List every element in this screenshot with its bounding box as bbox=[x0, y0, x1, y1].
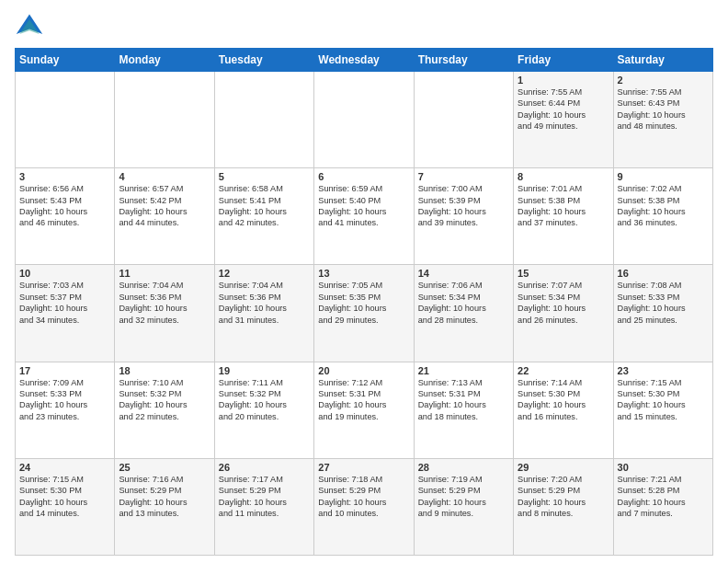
day-number: 21 bbox=[418, 365, 509, 376]
day-number: 16 bbox=[618, 268, 709, 279]
day-number: 18 bbox=[119, 365, 210, 376]
day-info: Sunrise: 7:02 AM Sunset: 5:38 PM Dayligh… bbox=[618, 183, 709, 229]
day-info: Sunrise: 7:14 AM Sunset: 5:30 PM Dayligh… bbox=[518, 377, 609, 423]
day-info: Sunrise: 7:10 AM Sunset: 5:32 PM Dayligh… bbox=[119, 377, 210, 423]
day-info: Sunrise: 7:12 AM Sunset: 5:31 PM Dayligh… bbox=[318, 377, 409, 423]
day-info: Sunrise: 7:06 AM Sunset: 5:34 PM Dayligh… bbox=[418, 280, 509, 326]
day-number: 26 bbox=[219, 462, 310, 473]
day-info: Sunrise: 7:01 AM Sunset: 5:38 PM Dayligh… bbox=[518, 183, 609, 229]
day-number: 4 bbox=[119, 171, 210, 182]
calendar-cell: 12Sunrise: 7:04 AM Sunset: 5:36 PM Dayli… bbox=[214, 265, 313, 362]
calendar-cell: 30Sunrise: 7:21 AM Sunset: 5:28 PM Dayli… bbox=[613, 458, 712, 555]
day-number: 3 bbox=[19, 171, 110, 182]
calendar-cell: 21Sunrise: 7:13 AM Sunset: 5:31 PM Dayli… bbox=[414, 362, 513, 458]
day-number: 2 bbox=[618, 75, 709, 86]
day-number: 24 bbox=[19, 462, 110, 473]
day-info: Sunrise: 7:16 AM Sunset: 5:29 PM Dayligh… bbox=[119, 474, 210, 520]
week-row-1: 3Sunrise: 6:56 AM Sunset: 5:43 PM Daylig… bbox=[16, 168, 713, 265]
calendar-cell: 17Sunrise: 7:09 AM Sunset: 5:33 PM Dayli… bbox=[16, 362, 115, 458]
week-row-4: 24Sunrise: 7:15 AM Sunset: 5:30 PM Dayli… bbox=[16, 458, 713, 555]
calendar-cell bbox=[214, 72, 313, 168]
calendar-cell: 15Sunrise: 7:07 AM Sunset: 5:34 PM Dayli… bbox=[514, 265, 613, 362]
calendar-cell: 6Sunrise: 6:59 AM Sunset: 5:40 PM Daylig… bbox=[314, 168, 414, 265]
header bbox=[15, 11, 713, 40]
weekday-header-wednesday: Wednesday bbox=[314, 49, 414, 72]
calendar-cell: 26Sunrise: 7:17 AM Sunset: 5:29 PM Dayli… bbox=[214, 458, 313, 555]
calendar-cell: 3Sunrise: 6:56 AM Sunset: 5:43 PM Daylig… bbox=[16, 168, 115, 265]
day-info: Sunrise: 7:19 AM Sunset: 5:29 PM Dayligh… bbox=[418, 474, 509, 520]
calendar-cell: 29Sunrise: 7:20 AM Sunset: 5:29 PM Dayli… bbox=[514, 458, 613, 555]
day-number: 7 bbox=[418, 171, 509, 182]
day-info: Sunrise: 7:15 AM Sunset: 5:30 PM Dayligh… bbox=[618, 377, 709, 423]
day-info: Sunrise: 7:11 AM Sunset: 5:32 PM Dayligh… bbox=[219, 377, 310, 423]
calendar-table: SundayMondayTuesdayWednesdayThursdayFrid… bbox=[15, 48, 713, 556]
day-info: Sunrise: 7:20 AM Sunset: 5:29 PM Dayligh… bbox=[518, 474, 609, 520]
day-number: 10 bbox=[19, 268, 110, 279]
day-info: Sunrise: 7:55 AM Sunset: 6:43 PM Dayligh… bbox=[618, 86, 709, 132]
day-info: Sunrise: 7:09 AM Sunset: 5:33 PM Dayligh… bbox=[19, 377, 110, 423]
calendar-cell: 14Sunrise: 7:06 AM Sunset: 5:34 PM Dayli… bbox=[414, 265, 513, 362]
day-info: Sunrise: 7:03 AM Sunset: 5:37 PM Dayligh… bbox=[19, 280, 110, 326]
day-number: 19 bbox=[219, 365, 310, 376]
day-info: Sunrise: 7:04 AM Sunset: 5:36 PM Dayligh… bbox=[219, 280, 310, 326]
logo-icon bbox=[15, 11, 44, 40]
day-number: 22 bbox=[518, 365, 609, 376]
calendar-cell: 18Sunrise: 7:10 AM Sunset: 5:32 PM Dayli… bbox=[115, 362, 214, 458]
calendar-cell: 23Sunrise: 7:15 AM Sunset: 5:30 PM Dayli… bbox=[613, 362, 712, 458]
calendar-cell bbox=[115, 72, 214, 168]
weekday-header-saturday: Saturday bbox=[613, 49, 712, 72]
day-number: 8 bbox=[518, 171, 609, 182]
day-number: 9 bbox=[618, 171, 709, 182]
day-number: 14 bbox=[418, 268, 509, 279]
calendar-cell: 27Sunrise: 7:18 AM Sunset: 5:29 PM Dayli… bbox=[314, 458, 414, 555]
day-number: 23 bbox=[618, 365, 709, 376]
calendar-cell: 8Sunrise: 7:01 AM Sunset: 5:38 PM Daylig… bbox=[514, 168, 613, 265]
calendar-cell: 16Sunrise: 7:08 AM Sunset: 5:33 PM Dayli… bbox=[613, 265, 712, 362]
calendar-cell: 13Sunrise: 7:05 AM Sunset: 5:35 PM Dayli… bbox=[314, 265, 414, 362]
week-row-0: 1Sunrise: 7:55 AM Sunset: 6:44 PM Daylig… bbox=[16, 72, 713, 168]
calendar-cell: 2Sunrise: 7:55 AM Sunset: 6:43 PM Daylig… bbox=[613, 72, 712, 168]
weekday-header-sunday: Sunday bbox=[16, 49, 115, 72]
day-info: Sunrise: 7:04 AM Sunset: 5:36 PM Dayligh… bbox=[119, 280, 210, 326]
logo bbox=[15, 11, 48, 40]
weekday-header-monday: Monday bbox=[115, 49, 214, 72]
day-number: 29 bbox=[518, 462, 609, 473]
day-info: Sunrise: 7:05 AM Sunset: 5:35 PM Dayligh… bbox=[318, 280, 409, 326]
calendar-cell: 9Sunrise: 7:02 AM Sunset: 5:38 PM Daylig… bbox=[613, 168, 712, 265]
calendar-cell bbox=[314, 72, 414, 168]
day-info: Sunrise: 6:59 AM Sunset: 5:40 PM Dayligh… bbox=[318, 183, 409, 229]
day-info: Sunrise: 7:18 AM Sunset: 5:29 PM Dayligh… bbox=[318, 474, 409, 520]
day-number: 27 bbox=[318, 462, 409, 473]
day-number: 1 bbox=[518, 75, 609, 86]
day-info: Sunrise: 7:21 AM Sunset: 5:28 PM Dayligh… bbox=[618, 474, 709, 520]
day-number: 5 bbox=[219, 171, 310, 182]
day-info: Sunrise: 7:15 AM Sunset: 5:30 PM Dayligh… bbox=[19, 474, 110, 520]
day-number: 13 bbox=[318, 268, 409, 279]
calendar-cell: 7Sunrise: 7:00 AM Sunset: 5:39 PM Daylig… bbox=[414, 168, 513, 265]
calendar-cell: 1Sunrise: 7:55 AM Sunset: 6:44 PM Daylig… bbox=[514, 72, 613, 168]
day-info: Sunrise: 7:13 AM Sunset: 5:31 PM Dayligh… bbox=[418, 377, 509, 423]
calendar-cell bbox=[16, 72, 115, 168]
week-row-3: 17Sunrise: 7:09 AM Sunset: 5:33 PM Dayli… bbox=[16, 362, 713, 458]
day-info: Sunrise: 6:58 AM Sunset: 5:41 PM Dayligh… bbox=[219, 183, 310, 229]
page: SundayMondayTuesdayWednesdayThursdayFrid… bbox=[0, 0, 728, 563]
day-info: Sunrise: 7:00 AM Sunset: 5:39 PM Dayligh… bbox=[418, 183, 509, 229]
weekday-header-row: SundayMondayTuesdayWednesdayThursdayFrid… bbox=[16, 49, 713, 72]
day-info: Sunrise: 6:57 AM Sunset: 5:42 PM Dayligh… bbox=[119, 183, 210, 229]
calendar-cell: 5Sunrise: 6:58 AM Sunset: 5:41 PM Daylig… bbox=[214, 168, 313, 265]
weekday-header-tuesday: Tuesday bbox=[214, 49, 313, 72]
calendar-cell: 11Sunrise: 7:04 AM Sunset: 5:36 PM Dayli… bbox=[115, 265, 214, 362]
day-info: Sunrise: 7:17 AM Sunset: 5:29 PM Dayligh… bbox=[219, 474, 310, 520]
day-number: 30 bbox=[618, 462, 709, 473]
calendar-cell: 22Sunrise: 7:14 AM Sunset: 5:30 PM Dayli… bbox=[514, 362, 613, 458]
day-number: 15 bbox=[518, 268, 609, 279]
calendar-cell: 10Sunrise: 7:03 AM Sunset: 5:37 PM Dayli… bbox=[16, 265, 115, 362]
day-number: 25 bbox=[119, 462, 210, 473]
day-info: Sunrise: 6:56 AM Sunset: 5:43 PM Dayligh… bbox=[19, 183, 110, 229]
day-number: 28 bbox=[418, 462, 509, 473]
weekday-header-thursday: Thursday bbox=[414, 49, 513, 72]
calendar-cell bbox=[414, 72, 513, 168]
day-info: Sunrise: 7:08 AM Sunset: 5:33 PM Dayligh… bbox=[618, 280, 709, 326]
day-number: 6 bbox=[318, 171, 409, 182]
calendar-cell: 24Sunrise: 7:15 AM Sunset: 5:30 PM Dayli… bbox=[16, 458, 115, 555]
